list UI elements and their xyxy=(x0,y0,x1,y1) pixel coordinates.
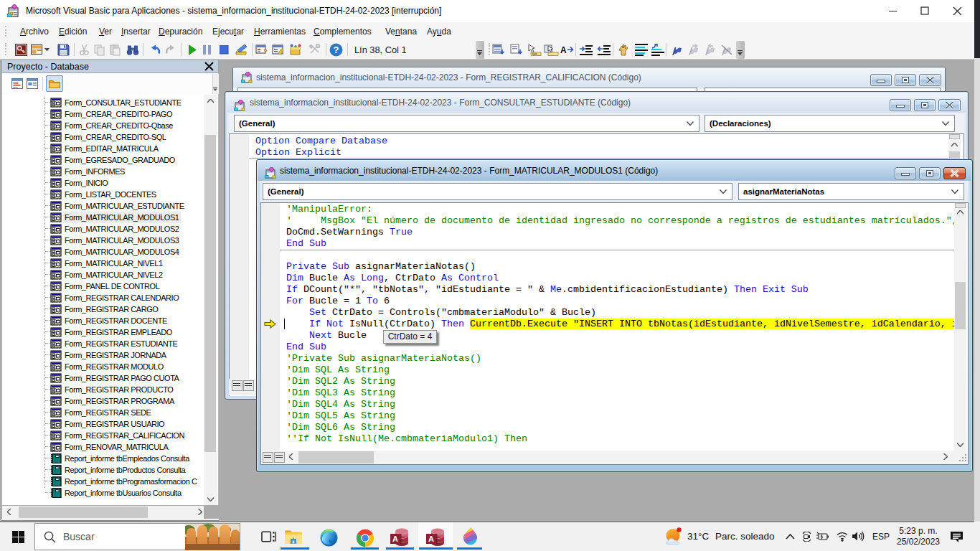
svg-text:A: A xyxy=(428,534,434,543)
svg-text:A: A xyxy=(560,45,567,55)
svg-text:?: ? xyxy=(334,44,339,55)
svg-text:A: A xyxy=(392,534,398,543)
